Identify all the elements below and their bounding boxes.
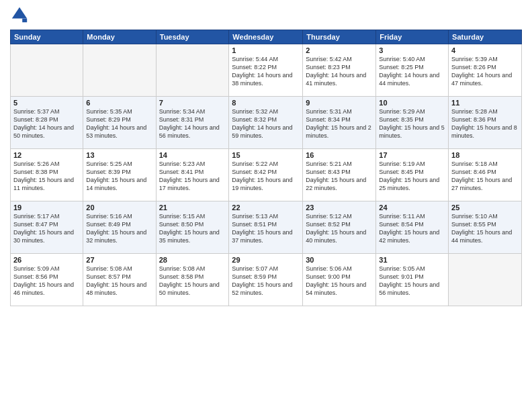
day-number: 10	[379, 99, 445, 107]
calendar-day-cell: 16Sunrise: 5:21 AMSunset: 8:43 PMDayligh…	[303, 149, 376, 201]
day-info: Sunrise: 5:23 AMSunset: 8:41 PMDaylight:…	[159, 160, 226, 193]
day-number: 6	[86, 99, 152, 107]
calendar-day-cell: 20Sunrise: 5:16 AMSunset: 8:49 PMDayligh…	[83, 201, 156, 254]
day-info: Sunrise: 5:25 AMSunset: 8:39 PMDaylight:…	[86, 160, 152, 193]
weekday-header-cell: Tuesday	[156, 30, 229, 44]
header	[10, 7, 522, 24]
day-number: 29	[232, 256, 300, 264]
calendar-day-cell	[83, 44, 156, 97]
day-number: 28	[159, 256, 226, 264]
day-info: Sunrise: 5:07 AMSunset: 8:59 PMDaylight:…	[232, 265, 300, 298]
day-number: 14	[159, 151, 226, 159]
day-number: 3	[379, 46, 445, 54]
page: SundayMondayTuesdayWednesdayThursdayFrid…	[0, 0, 532, 411]
day-info: Sunrise: 5:10 AMSunset: 8:55 PMDaylight:…	[451, 212, 519, 245]
calendar-week-row: 12Sunrise: 5:26 AMSunset: 8:38 PMDayligh…	[11, 149, 522, 201]
logo	[10, 7, 30, 24]
calendar-day-cell: 27Sunrise: 5:08 AMSunset: 8:57 PMDayligh…	[83, 254, 156, 306]
weekday-header-cell: Wednesday	[229, 30, 303, 44]
day-info: Sunrise: 5:11 AMSunset: 8:54 PMDaylight:…	[379, 212, 445, 245]
day-info: Sunrise: 5:39 AMSunset: 8:26 PMDaylight:…	[451, 55, 519, 88]
calendar-day-cell	[449, 254, 522, 306]
calendar-week-row: 5Sunrise: 5:37 AMSunset: 8:28 PMDaylight…	[11, 97, 522, 149]
day-number: 25	[451, 203, 519, 212]
calendar-day-cell: 10Sunrise: 5:29 AMSunset: 8:35 PMDayligh…	[376, 97, 449, 149]
day-info: Sunrise: 5:21 AMSunset: 8:43 PMDaylight:…	[306, 160, 373, 193]
calendar-day-cell: 21Sunrise: 5:15 AMSunset: 8:50 PMDayligh…	[156, 201, 229, 254]
weekday-header-cell: Friday	[376, 30, 449, 44]
day-number: 11	[451, 99, 519, 107]
day-number: 26	[13, 256, 80, 264]
weekday-header-row: SundayMondayTuesdayWednesdayThursdayFrid…	[11, 30, 522, 44]
weekday-header-cell: Monday	[83, 30, 156, 44]
calendar-day-cell: 14Sunrise: 5:23 AMSunset: 8:41 PMDayligh…	[156, 149, 229, 201]
calendar-day-cell: 22Sunrise: 5:13 AMSunset: 8:51 PMDayligh…	[229, 201, 303, 254]
day-info: Sunrise: 5:44 AMSunset: 8:22 PMDaylight:…	[232, 55, 300, 88]
day-info: Sunrise: 5:31 AMSunset: 8:34 PMDaylight:…	[306, 107, 373, 140]
calendar-day-cell: 1Sunrise: 5:44 AMSunset: 8:22 PMDaylight…	[229, 44, 303, 97]
day-info: Sunrise: 5:16 AMSunset: 8:49 PMDaylight:…	[86, 212, 152, 245]
day-number: 8	[232, 99, 300, 107]
day-number: 5	[13, 99, 80, 107]
day-number: 30	[306, 256, 373, 264]
calendar-day-cell: 26Sunrise: 5:09 AMSunset: 8:56 PMDayligh…	[11, 254, 83, 306]
day-info: Sunrise: 5:22 AMSunset: 8:42 PMDaylight:…	[232, 160, 300, 193]
day-number: 18	[451, 151, 519, 159]
day-info: Sunrise: 5:29 AMSunset: 8:35 PMDaylight:…	[379, 107, 445, 140]
calendar-day-cell: 5Sunrise: 5:37 AMSunset: 8:28 PMDaylight…	[11, 97, 83, 149]
day-info: Sunrise: 5:12 AMSunset: 8:52 PMDaylight:…	[306, 212, 373, 245]
calendar-day-cell: 15Sunrise: 5:22 AMSunset: 8:42 PMDayligh…	[229, 149, 303, 201]
calendar-week-row: 19Sunrise: 5:17 AMSunset: 8:47 PMDayligh…	[11, 201, 522, 254]
day-number: 7	[159, 99, 226, 107]
day-info: Sunrise: 5:18 AMSunset: 8:46 PMDaylight:…	[451, 160, 519, 193]
day-number: 31	[379, 256, 445, 264]
svg-marker-0	[12, 7, 27, 19]
calendar-day-cell: 11Sunrise: 5:28 AMSunset: 8:36 PMDayligh…	[449, 97, 522, 149]
day-number: 19	[13, 203, 80, 212]
weekday-header-cell: Saturday	[449, 30, 522, 44]
day-info: Sunrise: 5:37 AMSunset: 8:28 PMDaylight:…	[13, 107, 80, 140]
day-info: Sunrise: 5:17 AMSunset: 8:47 PMDaylight:…	[13, 212, 80, 245]
day-number: 24	[379, 203, 445, 212]
calendar-table: SundayMondayTuesdayWednesdayThursdayFrid…	[10, 30, 522, 306]
day-number: 2	[306, 46, 373, 54]
day-number: 1	[232, 46, 300, 54]
calendar-day-cell: 2Sunrise: 5:42 AMSunset: 8:23 PMDaylight…	[303, 44, 376, 97]
calendar-day-cell: 9Sunrise: 5:31 AMSunset: 8:34 PMDaylight…	[303, 97, 376, 149]
calendar-day-cell: 3Sunrise: 5:40 AMSunset: 8:25 PMDaylight…	[376, 44, 449, 97]
weekday-header-cell: Sunday	[11, 30, 83, 44]
calendar-week-row: 1Sunrise: 5:44 AMSunset: 8:22 PMDaylight…	[11, 44, 522, 97]
calendar-week-row: 26Sunrise: 5:09 AMSunset: 8:56 PMDayligh…	[11, 254, 522, 306]
day-number: 13	[86, 151, 152, 159]
calendar-day-cell: 24Sunrise: 5:11 AMSunset: 8:54 PMDayligh…	[376, 201, 449, 254]
day-info: Sunrise: 5:08 AMSunset: 8:57 PMDaylight:…	[86, 265, 152, 298]
weekday-header-cell: Thursday	[303, 30, 376, 44]
calendar-day-cell: 25Sunrise: 5:10 AMSunset: 8:55 PMDayligh…	[449, 201, 522, 254]
calendar-day-cell: 28Sunrise: 5:08 AMSunset: 8:58 PMDayligh…	[156, 254, 229, 306]
svg-marker-1	[22, 19, 27, 23]
calendar-day-cell: 23Sunrise: 5:12 AMSunset: 8:52 PMDayligh…	[303, 201, 376, 254]
day-info: Sunrise: 5:05 AMSunset: 9:01 PMDaylight:…	[379, 265, 445, 298]
day-number: 12	[13, 151, 80, 159]
calendar-day-cell	[11, 44, 83, 97]
day-number: 23	[306, 203, 373, 212]
day-number: 16	[306, 151, 373, 159]
calendar-day-cell: 6Sunrise: 5:35 AMSunset: 8:29 PMDaylight…	[83, 97, 156, 149]
day-info: Sunrise: 5:35 AMSunset: 8:29 PMDaylight:…	[86, 107, 152, 140]
calendar-day-cell: 29Sunrise: 5:07 AMSunset: 8:59 PMDayligh…	[229, 254, 303, 306]
day-info: Sunrise: 5:28 AMSunset: 8:36 PMDaylight:…	[451, 107, 519, 140]
calendar-day-cell: 7Sunrise: 5:34 AMSunset: 8:31 PMDaylight…	[156, 97, 229, 149]
day-info: Sunrise: 5:32 AMSunset: 8:32 PMDaylight:…	[232, 107, 300, 140]
day-info: Sunrise: 5:42 AMSunset: 8:23 PMDaylight:…	[306, 55, 373, 88]
day-number: 27	[86, 256, 152, 264]
day-info: Sunrise: 5:40 AMSunset: 8:25 PMDaylight:…	[379, 55, 445, 88]
day-info: Sunrise: 5:13 AMSunset: 8:51 PMDaylight:…	[232, 212, 300, 245]
day-info: Sunrise: 5:26 AMSunset: 8:38 PMDaylight:…	[13, 160, 80, 193]
calendar-day-cell: 17Sunrise: 5:19 AMSunset: 8:45 PMDayligh…	[376, 149, 449, 201]
day-info: Sunrise: 5:06 AMSunset: 9:00 PMDaylight:…	[306, 265, 373, 298]
day-info: Sunrise: 5:34 AMSunset: 8:31 PMDaylight:…	[159, 107, 226, 140]
day-info: Sunrise: 5:08 AMSunset: 8:58 PMDaylight:…	[159, 265, 226, 298]
calendar-day-cell: 30Sunrise: 5:06 AMSunset: 9:00 PMDayligh…	[303, 254, 376, 306]
calendar-day-cell: 18Sunrise: 5:18 AMSunset: 8:46 PMDayligh…	[449, 149, 522, 201]
calendar-day-cell: 31Sunrise: 5:05 AMSunset: 9:01 PMDayligh…	[376, 254, 449, 306]
